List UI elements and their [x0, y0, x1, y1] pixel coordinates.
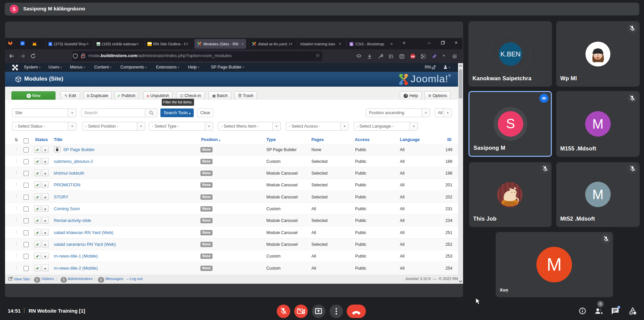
svg-text:MD: MD — [97, 43, 100, 46]
svg-text:B: B — [350, 42, 352, 46]
svg-text:P: P — [22, 42, 24, 45]
svg-text:P: P — [49, 43, 51, 46]
svg-text:AB: AB — [411, 55, 415, 58]
